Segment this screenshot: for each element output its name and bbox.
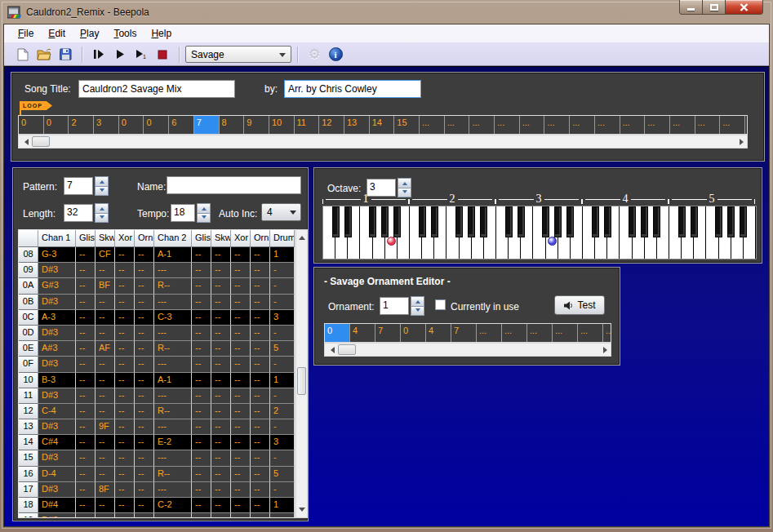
- black-key[interactable]: [369, 206, 376, 237]
- pattern-cell[interactable]: --: [251, 498, 270, 513]
- pattern-cell[interactable]: --: [135, 310, 154, 326]
- pattern-cell[interactable]: --: [251, 326, 270, 341]
- spin-down-icon[interactable]: [411, 307, 424, 317]
- ornament-cell[interactable]: ...: [603, 324, 611, 342]
- title-bar[interactable]: Cauldron2_Remix - Beepola: [0, 0, 773, 24]
- tracker-row[interactable]: 13D#3--9F----------------: [19, 419, 295, 435]
- sequence-cell[interactable]: 9: [244, 116, 269, 134]
- pattern-cell[interactable]: 1: [270, 247, 295, 263]
- sequence-cell[interactable]: 12: [319, 116, 344, 134]
- pattern-cell[interactable]: --: [96, 513, 115, 518]
- pattern-cell[interactable]: --: [211, 310, 231, 326]
- pattern-cell[interactable]: --: [192, 513, 211, 518]
- tracker-row[interactable]: 18D#4--------C-2--------1: [19, 498, 295, 513]
- test-button[interactable]: Test: [554, 295, 605, 315]
- pattern-cell[interactable]: -: [270, 278, 295, 294]
- menu-item-tools[interactable]: Tools: [106, 25, 144, 42]
- pattern-cell[interactable]: --: [135, 247, 154, 263]
- black-key[interactable]: [691, 206, 698, 237]
- black-key[interactable]: [542, 206, 549, 237]
- pattern-cell[interactable]: 3: [270, 435, 295, 450]
- pattern-cell[interactable]: --: [231, 419, 251, 435]
- pattern-cell[interactable]: A-1: [154, 247, 192, 263]
- black-key[interactable]: [629, 206, 636, 237]
- pattern-cell[interactable]: --: [231, 435, 251, 450]
- pattern-cell[interactable]: --: [76, 247, 96, 263]
- ornament-scrollbar[interactable]: [324, 343, 611, 357]
- pattern-cell[interactable]: --: [115, 450, 135, 466]
- sequence-scrollbar-thumb[interactable]: [32, 136, 50, 147]
- pattern-cell[interactable]: G-3: [38, 247, 76, 263]
- pattern-cell[interactable]: --: [211, 263, 231, 278]
- pattern-cell[interactable]: --: [115, 263, 135, 278]
- black-key[interactable]: [381, 206, 389, 237]
- pattern-cell[interactable]: 5: [270, 467, 295, 482]
- pattern-cell[interactable]: 1: [270, 498, 295, 513]
- ornament-cell[interactable]: 7: [451, 324, 477, 342]
- sequence-cell[interactable]: ...: [445, 116, 470, 134]
- pattern-cell[interactable]: --: [211, 278, 231, 294]
- black-key[interactable]: [332, 206, 340, 237]
- pattern-cell[interactable]: --: [96, 263, 115, 278]
- pattern-cell[interactable]: -: [270, 357, 295, 372]
- pattern-cell[interactable]: D#3: [38, 357, 76, 372]
- black-key[interactable]: [505, 206, 513, 237]
- pattern-cell[interactable]: --: [115, 310, 135, 326]
- pattern-cell[interactable]: --: [115, 247, 135, 263]
- black-key[interactable]: [641, 206, 648, 237]
- pattern-cell[interactable]: --: [192, 247, 211, 263]
- sequence-cell[interactable]: ...: [544, 116, 570, 134]
- pattern-cell[interactable]: --: [135, 388, 154, 404]
- pattern-cell[interactable]: E-2: [154, 435, 192, 450]
- pattern-cell[interactable]: C-3: [154, 310, 192, 326]
- pattern-cell[interactable]: --: [231, 404, 251, 419]
- pattern-cell[interactable]: --: [115, 513, 135, 518]
- pattern-cell[interactable]: -: [270, 295, 295, 310]
- pattern-cell[interactable]: -: [270, 388, 295, 404]
- pattern-cell[interactable]: --: [231, 326, 251, 341]
- pattern-cell[interactable]: --: [231, 263, 251, 278]
- black-key[interactable]: [592, 206, 599, 237]
- length-value[interactable]: 32: [64, 204, 93, 222]
- tracker-row[interactable]: 15D#3--------------------: [19, 450, 295, 466]
- pattern-cell[interactable]: --: [231, 513, 251, 518]
- pattern-cell[interactable]: ---: [154, 419, 192, 435]
- sequence-cell[interactable]: 0: [144, 116, 169, 134]
- tracker-row[interactable]: 08G-3--CF----A-1--------1: [19, 247, 295, 263]
- pattern-cell[interactable]: --: [211, 482, 231, 498]
- spin-up-icon[interactable]: [95, 203, 109, 214]
- pattern-cell[interactable]: ---: [154, 388, 192, 404]
- pattern-cell[interactable]: 9F: [96, 419, 115, 435]
- pattern-cell[interactable]: --: [251, 482, 270, 498]
- spin-up-icon[interactable]: [411, 296, 424, 307]
- piano-keyboard[interactable]: [322, 206, 757, 259]
- sequence-cell[interactable]: ...: [520, 116, 545, 134]
- ornament-cell[interactable]: 0: [401, 324, 426, 342]
- pattern-cell[interactable]: --: [135, 278, 154, 294]
- pattern-cell[interactable]: --: [192, 482, 211, 498]
- pattern-cell[interactable]: R--: [154, 341, 192, 357]
- tracker-scrollbar[interactable]: [295, 229, 308, 518]
- pattern-cell[interactable]: --: [96, 326, 115, 341]
- pattern-cell[interactable]: --: [192, 310, 211, 326]
- pattern-cell[interactable]: --: [231, 310, 251, 326]
- pattern-cell[interactable]: C#4: [38, 435, 76, 450]
- tracker-row[interactable]: 0DD#3--------------------: [19, 326, 295, 341]
- pattern-cell[interactable]: -: [270, 482, 295, 498]
- open-file-button[interactable]: [33, 45, 55, 64]
- pattern-cell[interactable]: --: [135, 404, 154, 419]
- pattern-cell[interactable]: --: [192, 278, 211, 294]
- black-key[interactable]: [468, 206, 475, 237]
- pattern-cell[interactable]: --: [135, 357, 154, 372]
- pattern-cell[interactable]: ---: [154, 513, 192, 518]
- tracker-row[interactable]: 09D#3--------------------: [19, 263, 295, 278]
- sequence-cell[interactable]: ...: [645, 116, 670, 134]
- pattern-cell[interactable]: --: [192, 388, 211, 404]
- pattern-cell[interactable]: --: [211, 404, 231, 419]
- pattern-cell[interactable]: --: [96, 404, 115, 419]
- song-title-input[interactable]: Cauldron2 Savage Mix: [78, 80, 235, 98]
- black-key[interactable]: [566, 206, 574, 237]
- pattern-cell[interactable]: AF: [96, 341, 115, 357]
- currently-in-use-checkbox[interactable]: [435, 299, 446, 310]
- ornament-cell[interactable]: 4: [350, 324, 375, 342]
